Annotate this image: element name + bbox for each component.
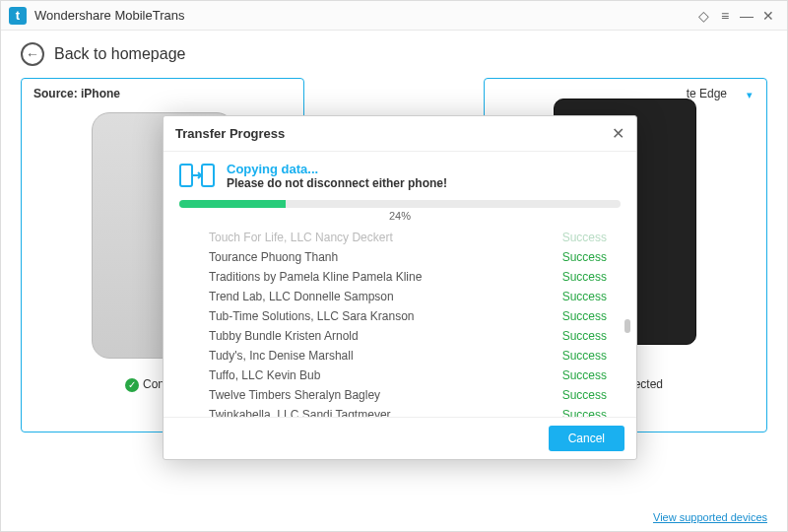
cancel-button[interactable]: Cancel	[549, 426, 624, 451]
list-item: Tudy's, Inc Denise MarshallSuccess	[209, 346, 607, 366]
list-item: Tub-Time Solutions, LLC Sara KransonSucc…	[209, 306, 607, 326]
item-name: Tuffo, LLC Kevin Bub	[209, 366, 553, 385]
svg-rect-1	[202, 165, 214, 186]
list-item: Twinkabella, LLC Sandi TagtmeyerSuccess	[209, 405, 607, 417]
transfer-items-list: Touch For Life, LLC Nancy DeckertSuccess…	[164, 228, 636, 417]
item-name: Trend Lab, LLC Donnelle Sampson	[209, 287, 553, 306]
view-supported-devices-link[interactable]: View supported devices	[653, 511, 767, 523]
dialog-warning-line: Please do not disconnect either phone!	[227, 176, 447, 190]
item-name: Tudy's, Inc Denise Marshall	[209, 346, 553, 366]
back-label: Back to homepage	[54, 45, 185, 63]
item-name: Tub-Time Solutions, LLC Sara Kranson	[209, 306, 553, 326]
item-name: Tubby Bundle Kristen Arnold	[209, 326, 553, 346]
dialog-title: Transfer Progress	[175, 126, 285, 141]
source-header: Source: iPhone	[33, 87, 292, 100]
feedback-icon[interactable]: ◇	[692, 8, 714, 24]
item-name: Twinkabella, LLC Sandi Tagtmeyer	[209, 405, 553, 417]
list-item: Trend Lab, LLC Donnelle SampsonSuccess	[209, 287, 607, 306]
item-name: Traditions by Pamela Kline Pamela Kline	[209, 267, 553, 287]
minimize-icon[interactable]: —	[736, 8, 757, 24]
close-window-icon[interactable]: ✕	[757, 8, 779, 24]
chevron-down-icon[interactable]: ▾	[747, 89, 753, 101]
svg-rect-0	[180, 165, 192, 186]
item-status: Success	[553, 267, 607, 287]
item-name: Touch For Life, LLC Nancy Deckert	[209, 228, 553, 247]
list-item: Tourance Phuong ThanhSuccess	[209, 247, 607, 267]
item-status: Success	[553, 287, 607, 306]
menu-icon[interactable]: ≡	[714, 8, 736, 24]
check-icon: ✓	[125, 378, 139, 392]
list-item: Traditions by Pamela Kline Pamela KlineS…	[209, 267, 607, 287]
item-status: Success	[553, 306, 607, 326]
close-dialog-icon[interactable]: ✕	[612, 124, 624, 143]
item-status: Success	[553, 326, 607, 346]
item-status: Success	[553, 228, 607, 247]
transfer-progress-dialog: Transfer Progress ✕ Copying data... Plea…	[163, 115, 637, 460]
list-item: Twelve Timbers Sheralyn BagleySuccess	[209, 385, 607, 405]
list-item: Touch For Life, LLC Nancy DeckertSuccess	[209, 228, 607, 247]
titlebar: t Wondershare MobileTrans ◇ ≡ — ✕	[1, 1, 787, 31]
list-item: Tuffo, LLC Kevin BubSuccess	[209, 366, 607, 385]
phone-transfer-icon	[179, 162, 215, 189]
progress-fill	[179, 200, 286, 208]
scrollbar-thumb[interactable]	[624, 319, 630, 333]
progress-percent-label: 24%	[179, 210, 621, 222]
destination-header-suffix: te Edge	[687, 87, 727, 100]
back-to-homepage-button[interactable]: ← Back to homepage	[21, 42, 767, 66]
app-logo-icon: t	[9, 7, 27, 25]
item-status: Success	[553, 405, 607, 417]
back-arrow-icon: ←	[21, 42, 44, 66]
item-status: Success	[553, 346, 607, 366]
main-content: ← Back to homepage Source: iPhone ✓Conne…	[1, 31, 787, 531]
dialog-status-line: Copying data...	[227, 162, 447, 176]
list-item: Tubby Bundle Kristen ArnoldSuccess	[209, 326, 607, 346]
item-name: Tourance Phuong Thanh	[209, 247, 553, 267]
window-title: Wondershare MobileTrans	[34, 8, 184, 23]
item-status: Success	[553, 366, 607, 385]
item-name: Twelve Timbers Sheralyn Bagley	[209, 385, 553, 405]
progress-bar	[179, 200, 621, 208]
item-status: Success	[553, 247, 607, 267]
item-status: Success	[553, 385, 607, 405]
